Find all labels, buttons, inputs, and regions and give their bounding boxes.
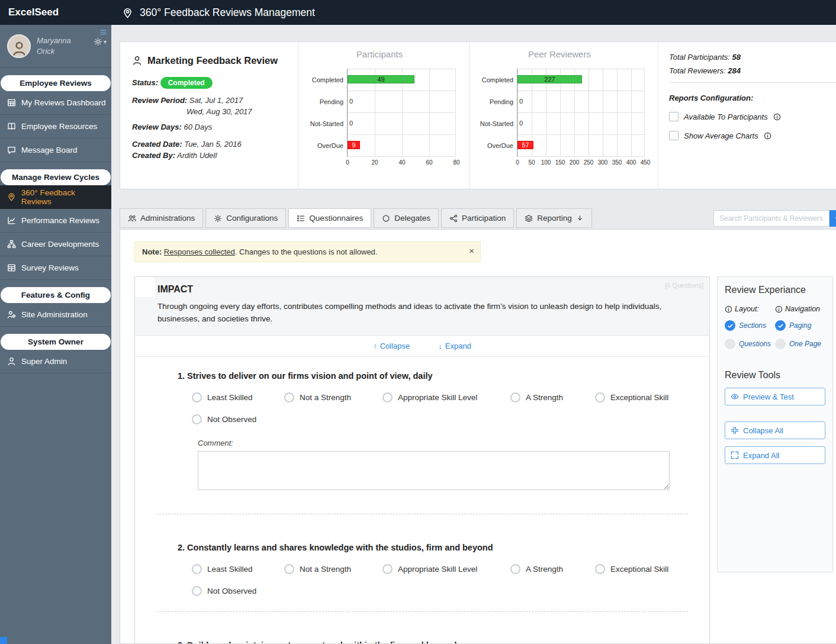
totals-divider bbox=[669, 82, 836, 83]
option-a-strength[interactable]: A Strength bbox=[510, 392, 595, 402]
questionnaire-panel: IMPACT [6 Questions] Through ongoing eve… bbox=[134, 276, 710, 644]
total-participants-value: 58 bbox=[732, 53, 740, 62]
bar-overdue: 9 bbox=[348, 141, 360, 149]
tab-configurations[interactable]: Configurations bbox=[205, 208, 286, 228]
search-button[interactable] bbox=[829, 210, 836, 227]
check-circle-icon bbox=[775, 320, 786, 331]
x-axis-tick: 60 bbox=[426, 159, 432, 166]
option-exceptional-skill[interactable]: Exceptional Skill bbox=[595, 392, 668, 402]
chart-title: Peer Reviewers bbox=[474, 49, 645, 59]
toggle-one-page[interactable]: One Page bbox=[775, 339, 825, 349]
share-icon bbox=[449, 214, 458, 223]
option-not-a-strength[interactable]: Not a Strength bbox=[284, 564, 382, 574]
option-appropriate-skill-level[interactable]: Appropriate Skill Level bbox=[382, 392, 510, 402]
arrow-down-icon: ↓ bbox=[438, 342, 442, 350]
option-not-observed[interactable]: Not Observed bbox=[192, 414, 256, 424]
created-date-value: Tue, Jan 5, 2016 bbox=[184, 140, 242, 149]
comment-label: Comment: bbox=[198, 439, 686, 447]
chart-category-label: Not-Started bbox=[303, 112, 347, 134]
bar-value-zero: 0 bbox=[349, 120, 353, 127]
tab-questionnaires[interactable]: Questionnaires bbox=[288, 208, 371, 228]
tab-reporting[interactable]: Reporting bbox=[516, 208, 592, 228]
tab-content: Note: Responses collected. Changes to th… bbox=[120, 229, 836, 644]
review-tools-title: Review Tools bbox=[725, 370, 825, 381]
option-least-skilled[interactable]: Least Skilled bbox=[192, 564, 284, 574]
info-icon bbox=[775, 305, 783, 313]
sidebar-item-label: Employee Resources bbox=[21, 122, 97, 131]
option-appropriate-skill-level[interactable]: Appropriate Skill Level bbox=[382, 564, 510, 574]
sidebar-item-label: My Reviews Dashboard bbox=[21, 98, 106, 107]
preview-test-button[interactable]: Preview & Test bbox=[725, 388, 825, 405]
radio-icon bbox=[192, 414, 202, 424]
status-badge: Completed bbox=[160, 77, 213, 89]
sidebar-item-label: Survey Reviews bbox=[21, 263, 79, 272]
option-a-strength[interactable]: A Strength bbox=[510, 564, 595, 574]
comment-textarea[interactable] bbox=[198, 451, 670, 490]
question-text: 3. Builds and maintains a strong network… bbox=[178, 640, 686, 644]
total-participants-label: Total Participants: bbox=[669, 53, 730, 62]
note-close-button[interactable]: × bbox=[469, 246, 474, 256]
sidebar-item-career-developments[interactable]: Career Developments bbox=[0, 233, 111, 256]
review-summary-card: Marketing Feedback Review Status: Comple… bbox=[120, 41, 836, 189]
check-circle-icon bbox=[725, 320, 735, 331]
people-icon bbox=[128, 214, 136, 223]
question-text: 2. Constantly learns and shares knowledg… bbox=[178, 543, 686, 552]
bar-completed: 49 bbox=[348, 75, 414, 83]
tab-label: Questionnaires bbox=[309, 214, 363, 223]
created-date-label: Created Date: bbox=[132, 140, 182, 149]
question-3: 3. Builds and maintains a strong network… bbox=[135, 626, 709, 644]
listnum-icon bbox=[297, 214, 305, 223]
sidebar-item-message-board[interactable]: Message Board bbox=[0, 139, 111, 162]
option-not-observed[interactable]: Not Observed bbox=[192, 586, 256, 596]
personpin-icon bbox=[7, 192, 16, 201]
hamburger-icon bbox=[99, 28, 107, 36]
circle-icon bbox=[725, 339, 735, 349]
collapse-link[interactable]: ↑Collapse bbox=[373, 342, 410, 350]
toggle-sections[interactable]: Sections bbox=[725, 320, 775, 331]
sidebar-item-survey-reviews[interactable]: Survey Reviews bbox=[0, 256, 111, 280]
grid-icon bbox=[7, 98, 16, 107]
tab-participation[interactable]: Participation bbox=[441, 208, 514, 228]
toggle-paging[interactable]: Paging bbox=[775, 320, 825, 331]
sidebar-item-my-reviews-dashboard[interactable]: My Reviews Dashboard bbox=[0, 91, 111, 115]
chart-category-label: Completed bbox=[474, 69, 517, 91]
chart-category-label: Completed bbox=[303, 69, 347, 91]
bar-value-zero: 0 bbox=[519, 120, 523, 127]
total-reviewers-label: Total Reviewers: bbox=[669, 66, 726, 75]
chart-category-label: Pending bbox=[474, 91, 517, 112]
sidebar-item-site-administration[interactable]: Site Administration bbox=[0, 303, 111, 327]
option-least-skilled[interactable]: Least Skilled bbox=[192, 392, 284, 402]
review-period-start: Sat, Jul 1, 2017 bbox=[189, 96, 243, 105]
info-icon bbox=[764, 132, 771, 140]
sidebar-item-employee-resources[interactable]: Employee Resources bbox=[0, 115, 111, 139]
collapse-all-button[interactable]: Collapse All bbox=[725, 421, 825, 439]
review-period-label: Review Period: bbox=[132, 96, 187, 105]
report-option-available-to-participants[interactable]: Available To Participants bbox=[669, 112, 836, 121]
scroll-corner[interactable] bbox=[0, 637, 7, 644]
sidebar-section-title-employee-reviews: Employee Reviews bbox=[1, 75, 111, 91]
bar-overdue: 57 bbox=[517, 141, 533, 149]
section-handle[interactable] bbox=[135, 277, 155, 297]
expand-all-button[interactable]: Expand All bbox=[725, 446, 825, 464]
reports-config-options: Available To ParticipantsShow Average Ch… bbox=[669, 112, 836, 140]
layers-icon bbox=[525, 214, 533, 223]
search-input[interactable] bbox=[713, 210, 829, 227]
option-exceptional-skill[interactable]: Exceptional Skill bbox=[595, 564, 668, 574]
content: Marketing Feedback Review Status: Comple… bbox=[111, 25, 836, 644]
expand-link[interactable]: ↓Expand bbox=[438, 342, 471, 350]
app-root: ExcelSeed Maryanna Orick ▾ Employee Revi… bbox=[0, 0, 836, 644]
sidebar-nav: Employee ReviewsMy Reviews DashboardEmpl… bbox=[0, 75, 111, 373]
tab-administrations[interactable]: Administrations bbox=[120, 208, 203, 228]
sidebar-item-performance-reviews[interactable]: Performance Reviews bbox=[0, 209, 111, 233]
report-option-show-average-charts[interactable]: Show Average Charts bbox=[669, 131, 836, 140]
toggle-label: Sections bbox=[739, 321, 766, 330]
sidebar-item-360-feedback-reviews[interactable]: 360° Feedback Reviews bbox=[0, 185, 111, 209]
option-not-a-strength[interactable]: Not a Strength bbox=[284, 392, 382, 402]
sidebar-item-super-admin[interactable]: Super Admin bbox=[0, 350, 111, 373]
navigation-label: Navigation bbox=[785, 305, 820, 313]
x-axis-tick: 0 bbox=[346, 159, 349, 166]
responses-collected-link[interactable]: Responses collected bbox=[164, 247, 235, 256]
tab-delegates[interactable]: Delegates bbox=[374, 208, 439, 228]
menu-toggle-button[interactable] bbox=[99, 28, 107, 38]
toggle-questions[interactable]: Questions bbox=[725, 339, 775, 349]
